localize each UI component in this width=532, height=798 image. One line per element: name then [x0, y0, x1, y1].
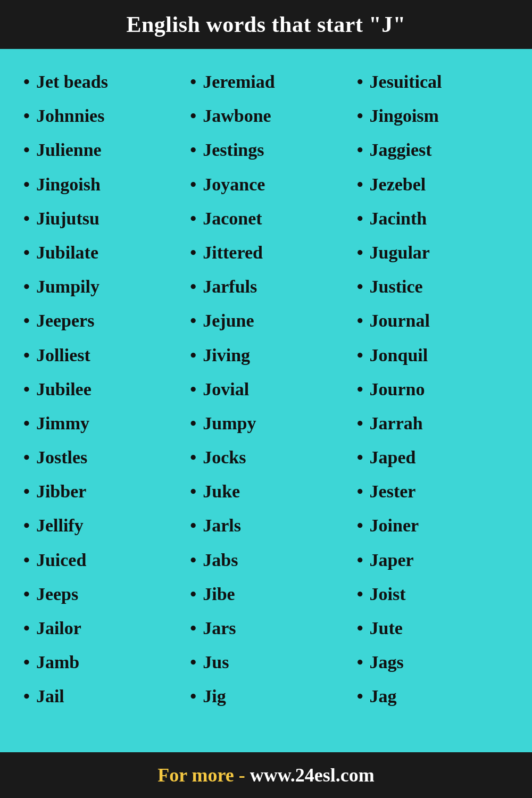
list-item: •Jellify [16, 509, 182, 543]
bullet-icon: • [190, 378, 196, 401]
list-item: •Journo [350, 372, 516, 406]
word-text: Juiced [36, 548, 86, 572]
list-item: •Jeepers [16, 304, 182, 338]
word-text: Jellify [36, 514, 84, 537]
word-text: Jugular [370, 241, 430, 264]
bullet-icon: • [357, 378, 363, 401]
list-item: •Jolliest [16, 338, 182, 372]
list-item: •Japer [350, 543, 516, 577]
word-text: Jeepers [36, 309, 95, 332]
bullet-icon: • [23, 173, 30, 196]
bullet-icon: • [357, 344, 363, 367]
word-text: Jiving [203, 344, 250, 367]
list-item: •Juke [182, 475, 349, 509]
list-item: •Jeeps [16, 577, 182, 611]
bullet-icon: • [357, 275, 363, 298]
bullet-icon: • [357, 309, 363, 332]
word-text: Jumpy [203, 412, 256, 435]
list-item: •Jarls [182, 509, 349, 543]
list-item: •Jute [350, 611, 516, 645]
list-item: •Jail [16, 679, 182, 713]
list-item: •Jittered [182, 236, 349, 270]
word-text: Jarls [203, 514, 241, 537]
list-item: •Jonquil [350, 338, 516, 372]
bullet-icon: • [357, 583, 363, 606]
word-text: Jabs [203, 548, 238, 572]
bullet-icon: • [357, 104, 363, 128]
bullet-icon: • [357, 138, 363, 162]
word-text: Jacinth [370, 207, 427, 230]
bullet-icon: • [23, 70, 30, 94]
bullet-icon: • [190, 344, 196, 367]
bullet-icon: • [190, 617, 196, 640]
bullet-icon: • [190, 241, 196, 264]
word-text: Japed [370, 446, 416, 469]
word-text: Jubilee [36, 378, 92, 401]
bullet-icon: • [23, 548, 30, 572]
list-item: •Jocks [182, 440, 349, 475]
word-text: Jaconet [203, 207, 262, 230]
list-item: •Jezebel [350, 168, 516, 202]
word-text: Jovial [203, 378, 249, 401]
list-item: •Justice [350, 270, 516, 304]
bullet-icon: • [357, 651, 363, 674]
word-text: Jute [370, 617, 403, 640]
word-column-2: •Jeremiad•Jawbone•Jestings•Joyance•Jacon… [182, 65, 349, 714]
list-item: •Jubilee [16, 372, 182, 406]
bullet-icon: • [190, 104, 196, 128]
list-item: •Jawbone [182, 99, 349, 133]
bullet-icon: • [357, 514, 363, 537]
list-item: •Joyance [182, 168, 349, 202]
word-column-3: •Jesuitical•Jingoism•Jaggiest•Jezebel•Ja… [350, 65, 516, 714]
list-item: •Jus [182, 645, 349, 679]
word-text: Jailor [36, 617, 81, 640]
bullet-icon: • [190, 275, 196, 298]
bullet-icon: • [357, 617, 363, 640]
word-text: Jiujutsu [36, 207, 99, 230]
bullet-icon: • [190, 685, 196, 708]
list-item: •Jingoism [350, 99, 516, 133]
word-text: Jibe [203, 583, 235, 606]
word-text: Jesuitical [370, 70, 442, 94]
footer-url-text: www.24esl.com [250, 764, 375, 786]
list-item: •Jacinth [350, 202, 516, 236]
word-text: Jet beads [36, 70, 108, 94]
list-item: •Jubilate [16, 236, 182, 270]
word-text: Jostles [36, 446, 87, 469]
list-item: •Jingoish [16, 168, 182, 202]
bullet-icon: • [23, 104, 30, 128]
header-title: English words that start "J" [126, 12, 405, 37]
list-item: •Jaconet [182, 202, 349, 236]
bullet-icon: • [357, 173, 363, 196]
word-text: Jestings [203, 138, 264, 162]
list-item: •Jibber [16, 475, 182, 509]
bullet-icon: • [190, 412, 196, 435]
word-text: Jawbone [203, 104, 271, 128]
list-item: •Jaggiest [350, 133, 516, 167]
word-text: Jingoism [370, 104, 439, 128]
word-text: Jaggiest [370, 138, 432, 162]
bullet-icon: • [23, 480, 30, 503]
bullet-icon: • [190, 446, 196, 469]
bullet-icon: • [23, 412, 30, 435]
list-item: •Jig [182, 679, 349, 713]
bullet-icon: • [23, 241, 30, 264]
bullet-icon: • [357, 241, 363, 264]
bullet-icon: • [190, 173, 196, 196]
word-text: Jolliest [36, 344, 90, 367]
bullet-icon: • [23, 583, 30, 606]
footer-for-text: For more - [157, 764, 245, 786]
word-text: Jarrah [370, 412, 423, 435]
word-text: Jezebel [370, 173, 426, 196]
list-item: •Juiced [16, 543, 182, 577]
word-text: Jester [370, 480, 416, 503]
word-text: Jingoish [36, 173, 101, 196]
list-item: •Jibe [182, 577, 349, 611]
list-item: •Jesuitical [350, 65, 516, 99]
word-text: Japer [370, 548, 414, 572]
bullet-icon: • [23, 207, 30, 230]
bullet-icon: • [190, 309, 196, 332]
word-text: Journal [370, 309, 430, 332]
list-item: •Jostles [16, 440, 182, 475]
word-text: Joyance [203, 173, 265, 196]
